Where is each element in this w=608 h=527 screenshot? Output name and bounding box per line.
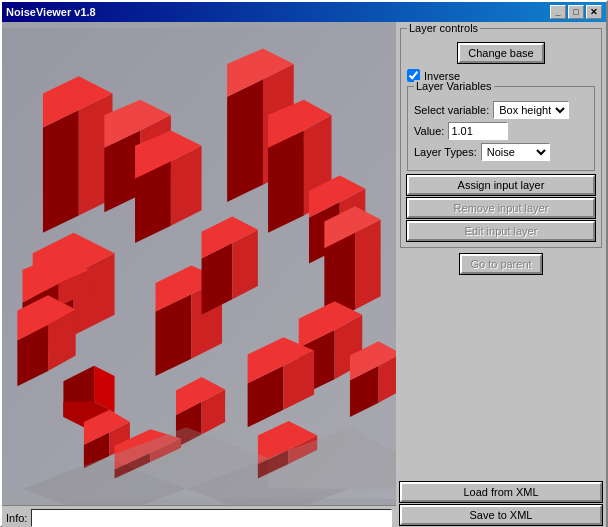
- svg-marker-14: [43, 110, 79, 233]
- load-from-xml-button[interactable]: Load from XML: [400, 482, 602, 502]
- info-bar: Info:: [2, 505, 396, 527]
- layer-variables-label: Layer Variables: [414, 80, 494, 92]
- value-row: Value:: [414, 122, 588, 140]
- window-title: NoiseViewer v1.8: [6, 6, 96, 18]
- layer-types-dropdown[interactable]: Noise Constant Gradient: [481, 143, 550, 161]
- layer-types-row: Layer Types: Noise Constant Gradient: [414, 143, 588, 161]
- svg-marker-26: [268, 130, 304, 232]
- maximize-button[interactable]: □: [568, 5, 584, 19]
- go-to-parent-button[interactable]: Go to parent: [460, 254, 541, 274]
- info-input[interactable]: [31, 509, 392, 527]
- layer-variables-group: Layer Variables Select variable: Box hei…: [407, 86, 595, 171]
- select-variable-row: Select variable: Box height Box width Bo…: [414, 101, 588, 119]
- title-bar-buttons: _ □ ✕: [550, 5, 602, 19]
- title-bar: NoiseViewer v1.8 _ □ ✕: [2, 2, 606, 22]
- assign-input-layer-button[interactable]: Assign input layer: [407, 175, 595, 195]
- select-variable-label: Select variable:: [414, 104, 489, 116]
- layer-controls-label: Layer controls: [407, 22, 480, 34]
- window-body: Info: Layer controls Change base Inverse: [2, 22, 606, 527]
- canvas-area: Info:: [2, 22, 396, 527]
- value-label: Value:: [414, 125, 444, 137]
- 3d-viewport: [2, 22, 396, 505]
- svg-marker-4: [63, 402, 94, 417]
- layer-controls-group: Layer controls Change base Inverse Layer…: [400, 28, 602, 248]
- info-label: Info:: [6, 512, 27, 524]
- layer-types-label: Layer Types:: [414, 146, 477, 158]
- select-variable-dropdown[interactable]: Box height Box width Box depth: [493, 101, 569, 119]
- svg-marker-23: [227, 79, 263, 202]
- change-base-button[interactable]: Change base: [458, 43, 543, 63]
- 3d-scene: [2, 22, 396, 505]
- value-input[interactable]: [448, 122, 508, 140]
- right-panel: Layer controls Change base Inverse Layer…: [396, 22, 606, 527]
- remove-input-layer-button[interactable]: Remove input layer: [407, 198, 595, 218]
- main-window: NoiseViewer v1.8 _ □ ✕: [0, 0, 608, 527]
- save-to-xml-button[interactable]: Save to XML: [400, 505, 602, 525]
- svg-marker-33: [355, 219, 381, 309]
- close-button[interactable]: ✕: [586, 5, 602, 19]
- minimize-button[interactable]: _: [550, 5, 566, 19]
- edit-input-layer-button[interactable]: Edit input layer: [407, 221, 595, 241]
